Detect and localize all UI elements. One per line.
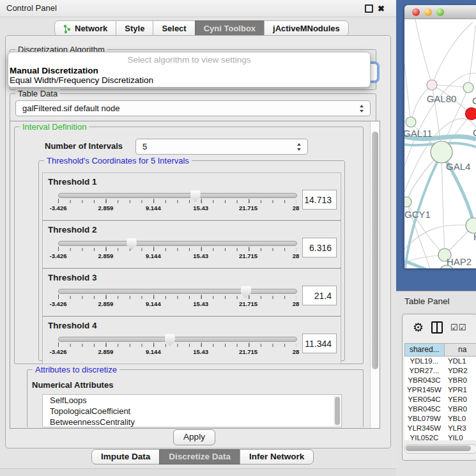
node-label: GAL4 — [446, 161, 470, 172]
table-data-group: Table Data galFiltered.sif default node — [10, 93, 376, 124]
threshold-value-field[interactable]: 6.316 — [302, 238, 337, 257]
table-data-combobox[interactable]: galFiltered.sif default node — [15, 100, 371, 116]
cell[interactable]: YPR145W — [404, 385, 444, 395]
cell[interactable]: YIL0 — [444, 433, 476, 440]
node-gal4[interactable] — [431, 141, 452, 163]
threshold-slider[interactable]: -3.426 2.859 9.144 15.43 21.715 28 — [58, 287, 296, 312]
num-intervals-combobox[interactable]: 5 — [135, 139, 308, 155]
close-icon[interactable]: ✖ — [378, 4, 385, 13]
column-header-shared-name[interactable]: shared... — [404, 343, 445, 357]
threshold-value-field[interactable]: 21.4 — [302, 286, 337, 305]
table-row[interactable]: YBR045C YBR0 — [404, 404, 476, 414]
threshold-value-field[interactable]: 14.713 — [302, 190, 337, 210]
apply-button[interactable]: Apply — [173, 429, 215, 445]
scrollbar-thumb[interactable] — [335, 397, 340, 425]
slider-track[interactable] — [58, 193, 297, 198]
node-label: GAL11 — [404, 128, 433, 139]
cell[interactable]: YBR0 — [444, 376, 476, 385]
popup-item-equal-width-frequency[interactable]: Equal Width/Frequency Discretization — [8, 75, 370, 85]
table-row[interactable]: YDR27... YDR2 — [404, 366, 476, 376]
threshold-slider[interactable]: -3.426 2.859 9.144 15.43 21.715 28 — [58, 335, 296, 360]
tab-impute-data[interactable]: Impute Data — [91, 449, 160, 464]
node[interactable] — [463, 82, 473, 93]
list-item[interactable]: BetweennessCentrality — [43, 417, 341, 427]
vertical-scrollbar[interactable] — [370, 121, 380, 428]
table-row[interactable]: YIL052C YIL0 — [404, 433, 476, 440]
horizontal-scrollbar[interactable] — [404, 444, 476, 454]
group-title: Table Data — [15, 89, 60, 98]
tab-jactivemnodules[interactable]: jActiveMNodules — [264, 20, 349, 36]
node-label-clipped: GA — [472, 95, 476, 106]
threshold-slider[interactable]: -3.426 2.859 9.144 15.43 21.715 28 — [58, 191, 296, 217]
cell[interactable]: YER054C — [404, 395, 444, 404]
threshold-slider[interactable]: -3.426 2.859 9.144 15.43 21.715 28 — [58, 239, 296, 265]
cell[interactable]: YDL19... — [404, 357, 444, 366]
cell[interactable]: YBL079W — [404, 414, 444, 424]
column-header-name[interactable]: na — [445, 343, 476, 357]
threshold-label: Threshold 3 — [48, 273, 97, 282]
cell[interactable]: YBR043C — [404, 376, 444, 385]
tab-style[interactable]: Style — [116, 20, 153, 36]
tab-discretize-data[interactable]: Discretize Data — [159, 449, 240, 464]
numerical-attributes-list[interactable]: SelfLoops TopologicalCoefficient Between… — [42, 394, 342, 427]
table-row[interactable]: YPR145W YPR1 — [404, 385, 476, 395]
num-intervals-label: Number of Intervals — [45, 141, 123, 151]
slider-track[interactable] — [58, 289, 297, 294]
thresholds-group: Threshold's Coordinates for 5 Intervals … — [38, 160, 345, 361]
float-window-icon[interactable] — [365, 4, 373, 13]
slider-track[interactable] — [58, 337, 297, 342]
tick-label: -3.426 — [50, 252, 67, 259]
node-gcy1[interactable] — [404, 197, 411, 207]
table-row[interactable]: YLR345W YLR3 — [404, 424, 476, 433]
cell[interactable]: YER0 — [444, 395, 476, 404]
tab-infer-network[interactable]: Infer Network — [240, 449, 314, 464]
table-row[interactable]: YDL19... YDL1 — [404, 357, 476, 366]
popup-placeholder-item[interactable]: Select algorithm to view settings — [8, 52, 370, 66]
node-label: HAP2 — [447, 256, 472, 267]
table-row[interactable]: YBL079W YBL0 — [404, 414, 476, 424]
slider-track[interactable] — [58, 241, 297, 246]
threshold-label: Threshold 1 — [48, 177, 97, 187]
close-traffic-light-icon[interactable] — [412, 8, 420, 16]
tab-select[interactable]: Select — [153, 20, 195, 36]
cell[interactable]: YBR0 — [444, 404, 476, 414]
minimize-traffic-light-icon[interactable] — [424, 8, 432, 16]
tick-label: 9.144 — [146, 252, 161, 259]
checkbox-columns-icon[interactable]: ☑☑ — [450, 323, 466, 332]
tick-label: 21.715 — [239, 252, 257, 259]
cell[interactable]: YLR3 — [444, 424, 476, 433]
cell[interactable]: YPR1 — [444, 385, 476, 395]
network-canvas[interactable]: GAL80 GA C GAL11 GAL4 GCY1 H HAP2 — [404, 19, 476, 268]
slider-major-ticks — [58, 247, 296, 251]
cell[interactable]: YIL052C — [404, 433, 444, 440]
cell[interactable]: YBL0 — [444, 414, 476, 424]
tick-label: 2.859 — [98, 252, 114, 259]
gear-icon[interactable]: ⚙ — [413, 321, 424, 334]
list-scrollbar[interactable] — [334, 395, 341, 426]
app-root: { "panel": {"title": "Control Panel"}, "… — [0, 0, 476, 476]
combo-stepper-icon — [360, 105, 364, 112]
cell[interactable]: YDL1 — [444, 357, 476, 366]
list-item[interactable]: TopologicalCoefficient — [43, 406, 341, 417]
node-gal80[interactable] — [427, 80, 437, 90]
node-gal11[interactable] — [406, 117, 416, 127]
split-view-icon[interactable] — [431, 321, 443, 334]
tick-label: 28 — [293, 204, 300, 211]
scrollbar-thumb[interactable] — [406, 445, 471, 451]
table-row[interactable]: YER054C YER0 — [404, 395, 476, 404]
cell[interactable]: YDR27... — [404, 366, 444, 376]
popup-item-manual-discretization[interactable]: Manual Discretization — [8, 66, 370, 75]
tab-network[interactable]: Network — [54, 20, 116, 36]
tab-cyni-toolbox[interactable]: Cyni Toolbox — [195, 20, 265, 36]
node-selected-red[interactable] — [466, 108, 476, 120]
network-tab-icon — [63, 24, 72, 33]
cell[interactable]: YLR345W — [404, 424, 444, 433]
group-title: Attributes to discretize — [33, 365, 119, 374]
cell[interactable]: YBR045C — [404, 404, 444, 414]
scrollbar-thumb[interactable] — [372, 132, 378, 369]
threshold-value-field[interactable]: 11.344 — [302, 334, 337, 353]
list-item[interactable]: SelfLoops — [43, 395, 341, 406]
cell[interactable]: YDR2 — [444, 366, 476, 376]
table-row[interactable]: YBR043C YBR0 — [404, 376, 476, 385]
zoom-traffic-light-icon[interactable] — [436, 8, 444, 16]
